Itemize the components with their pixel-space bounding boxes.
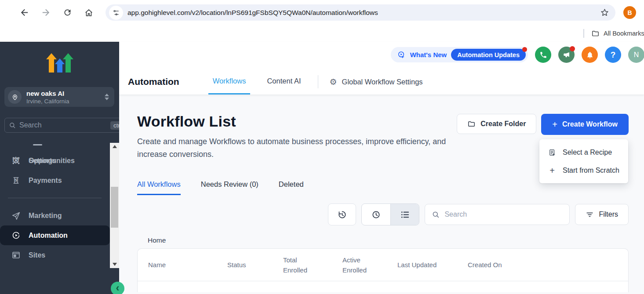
tab-all-workflows[interactable]: All Workflows <box>137 180 181 195</box>
create-folder-button[interactable]: Create Folder <box>457 114 536 134</box>
automation-updates-badge[interactable]: Automation Updates <box>451 49 526 61</box>
workflow-search-field[interactable] <box>444 211 563 218</box>
menu-item-select-recipe[interactable]: Select a Recipe <box>539 143 628 161</box>
list-view-button[interactable] <box>390 204 419 225</box>
page-title: Workflow List <box>137 113 447 130</box>
chevron-up-down-icon <box>105 94 109 100</box>
site-settings-icon[interactable] <box>109 6 123 20</box>
scroll-up-icon[interactable] <box>110 143 119 150</box>
partially-scrolled-item <box>33 144 42 145</box>
bell-icon <box>586 51 594 59</box>
phone-button[interactable] <box>535 47 551 63</box>
user-avatar[interactable]: N <box>628 47 644 63</box>
tab-deleted[interactable]: Deleted <box>279 180 304 195</box>
sidebar-item-settings[interactable]: ⚙ Settings <box>0 151 119 171</box>
header-divider <box>318 75 318 88</box>
whats-new-pill[interactable]: What's New Automation Updates <box>391 47 528 62</box>
workflow-search[interactable] <box>425 204 570 225</box>
page-description: Create and manage Workflows to automate … <box>137 135 447 161</box>
back-icon[interactable] <box>17 5 32 20</box>
announcements-button[interactable] <box>558 47 575 63</box>
page-header: What's New Automation Updates <box>119 42 644 94</box>
address-bar[interactable]: app.gohighlevel.com/v2/location/lnPS691g… <box>106 4 615 21</box>
location-city: Irvine, California <box>26 98 105 105</box>
breadcrumb[interactable]: Home <box>137 236 629 244</box>
scrollbar-thumb[interactable] <box>111 187 118 228</box>
column-header-created-on: Created On <box>468 261 628 269</box>
scroll-down-icon[interactable] <box>110 261 119 268</box>
create-workflow-menu: Select a Recipe + Start from Scratch <box>539 139 628 183</box>
column-header-status: Status <box>227 261 283 269</box>
bookmarks-folder-icon[interactable] <box>591 29 600 38</box>
sidebar-search-field[interactable] <box>19 121 110 129</box>
column-header-active-enrolled: Active Enrolled <box>342 255 371 275</box>
megaphone-icon <box>563 51 571 59</box>
browser-toolbar: app.gohighlevel.com/v2/location/lnPS691g… <box>0 0 644 25</box>
menu-item-start-from-scratch[interactable]: + Start from Scratch <box>539 161 628 179</box>
tab-workflows[interactable]: Workflows <box>208 69 251 94</box>
browser-profile-avatar[interactable]: B <box>623 6 636 19</box>
forward-icon[interactable] <box>38 5 53 20</box>
url-text[interactable]: app.gohighlevel.com/v2/location/lnPS691g… <box>127 9 598 17</box>
time-view-button[interactable] <box>362 204 390 225</box>
tab-content-ai[interactable]: Content AI <box>262 69 305 94</box>
clock-icon <box>371 210 381 220</box>
history-button[interactable] <box>328 203 356 225</box>
sidebar-collapse-button[interactable]: ‹ <box>111 282 124 294</box>
section-title: Automation <box>128 69 179 94</box>
column-header-name: Name <box>148 261 227 269</box>
gear-icon: ⚙ <box>11 156 21 165</box>
list-toolbar: Filters <box>137 203 629 225</box>
plus-icon: + <box>552 120 557 129</box>
filters-button[interactable]: Filters <box>575 204 629 225</box>
notifications-button[interactable] <box>582 47 598 63</box>
whats-new-icon <box>397 51 406 59</box>
filter-icon <box>586 211 594 219</box>
table-body <box>138 281 628 292</box>
search-icon <box>432 211 440 218</box>
plus-icon: + <box>548 166 557 175</box>
whats-new-label[interactable]: What's New <box>410 51 447 58</box>
column-header-last-updated: Last Updated <box>397 261 468 269</box>
workflow-list-page: Workflow List Create and manage Workflow… <box>119 94 644 294</box>
list-icon <box>400 210 410 220</box>
tab-needs-review[interactable]: Needs Review (0) <box>201 180 258 195</box>
bookmarks-bar: All Bookmarks <box>0 25 644 42</box>
global-workflow-settings-link[interactable]: ⚙ Global Workflow Settings <box>330 69 423 94</box>
sidebar-search-input[interactable]: ctrl K <box>4 118 133 133</box>
bookmark-star-icon[interactable] <box>598 6 611 19</box>
location-name: new oaks AI <box>26 89 105 98</box>
browser-chrome: app.gohighlevel.com/v2/location/lnPS691g… <box>0 0 644 42</box>
location-pin-icon <box>8 90 22 104</box>
history-icon <box>337 210 347 220</box>
sidebar-scrollbar[interactable] <box>110 143 119 268</box>
bookmarks-divider <box>583 29 584 38</box>
notification-dot <box>522 47 527 52</box>
sidebar: new oaks AI Irvine, California ctrl K <box>0 42 119 294</box>
table-header-row: Name Status Total Enrolled Active Enroll… <box>138 249 628 281</box>
question-mark-icon: ? <box>611 50 616 60</box>
workflows-table: Name Status Total Enrolled Active Enroll… <box>137 248 629 292</box>
gohighlevel-logo-icon <box>0 42 119 78</box>
all-bookmarks-label[interactable]: All Bookmarks <box>604 30 644 37</box>
notification-dot <box>570 46 575 51</box>
help-button[interactable]: ? <box>605 47 621 63</box>
recipe-document-icon <box>548 149 557 156</box>
gear-icon: ⚙ <box>330 78 337 86</box>
create-workflow-button[interactable]: + Create Workflow <box>541 114 629 135</box>
reload-icon[interactable] <box>60 5 75 20</box>
location-switcher[interactable]: new oaks AI Irvine, California <box>4 87 114 107</box>
sidebar-item-label: Settings <box>29 157 56 165</box>
column-header-total-enrolled: Total Enrolled <box>283 255 311 275</box>
view-toggle <box>361 203 419 225</box>
search-icon <box>9 122 16 129</box>
home-icon[interactable] <box>81 5 96 20</box>
phone-icon <box>539 51 547 59</box>
folder-icon <box>467 120 476 128</box>
